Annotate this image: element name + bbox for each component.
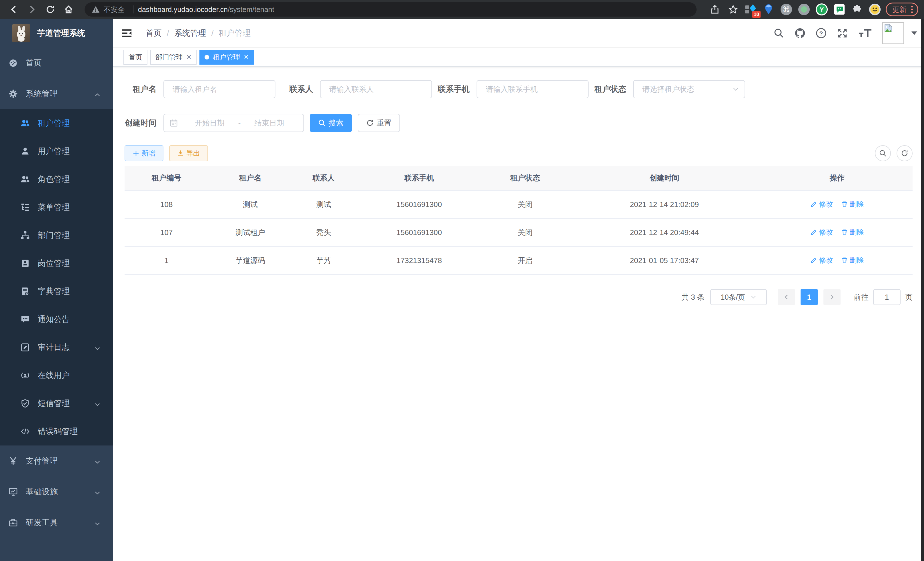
- pagination: 共 3 条 10条/页 1 前往 页: [124, 289, 913, 305]
- tab-dept[interactable]: 部门管理✕: [150, 50, 196, 65]
- prev-page-button[interactable]: [778, 289, 795, 305]
- sidebar-item-tenant[interactable]: 租户管理: [0, 109, 113, 137]
- sidebar-item-dept[interactable]: 部门管理: [0, 221, 113, 249]
- extension-green-dot-icon[interactable]: [798, 3, 810, 16]
- export-button[interactable]: 导出: [169, 145, 208, 161]
- avatar-dropdown-caret[interactable]: [911, 32, 917, 35]
- reset-button[interactable]: 重置: [358, 114, 400, 132]
- page-size-value: 10条/页: [721, 293, 745, 302]
- share-icon[interactable]: [707, 2, 722, 17]
- extension-balloon-icon[interactable]: [762, 3, 775, 16]
- github-icon[interactable]: [794, 27, 806, 39]
- sidebar-item-system[interactable]: 系统管理: [0, 78, 113, 109]
- reset-label: 重置: [376, 118, 392, 128]
- edit-icon: [810, 229, 817, 236]
- contact-input[interactable]: [320, 80, 432, 98]
- sidebar-item-notice[interactable]: 通知公告: [0, 305, 113, 333]
- tenant-name-input[interactable]: [164, 80, 275, 98]
- sidebar-item-audit-log[interactable]: 审计日志: [0, 333, 113, 361]
- fullscreen-icon[interactable]: [837, 27, 848, 39]
- sidebar-toggle-icon[interactable]: [122, 28, 132, 38]
- address-bar[interactable]: 不安全 dashboard.yudao.iocoder.cn/system/te…: [85, 2, 697, 17]
- table-header-row: 租户编号 租户名 联系人 联系手机 租户状态 创建时间 操作: [124, 166, 913, 190]
- cell-created: 2021-01-05 17:03:47: [567, 247, 762, 274]
- extensions-puzzle-icon[interactable]: [851, 3, 863, 16]
- cell-id: 107: [124, 218, 208, 247]
- sidebar-item-home[interactable]: 首页: [0, 47, 113, 78]
- extension-y-icon[interactable]: Y: [815, 3, 828, 16]
- sidebar-submenu-system: 租户管理 用户管理 角色管理 菜单管理 部门管理: [0, 109, 113, 445]
- sidebar-item-sms[interactable]: 短信管理: [0, 390, 113, 417]
- breadcrumb-home[interactable]: 首页: [146, 28, 162, 39]
- url-divider: [133, 5, 134, 14]
- sidebar-item-role[interactable]: 角色管理: [0, 165, 113, 193]
- date-range-picker[interactable]: 开始日期 - 结束日期: [164, 114, 304, 132]
- sidebar-item-infra[interactable]: 基础设施: [0, 476, 113, 507]
- sidebar-item-post[interactable]: 岗位管理: [0, 249, 113, 277]
- sidebar-item-menu[interactable]: 菜单管理: [0, 193, 113, 221]
- sidebar-item-label: 岗位管理: [38, 258, 70, 269]
- help-icon[interactable]: ?: [815, 27, 827, 39]
- sidebar-item-online-users[interactable]: 在线用户: [0, 361, 113, 390]
- user-icon: [21, 147, 30, 156]
- edit-link[interactable]: 修改: [810, 227, 833, 237]
- tree-list-icon: [21, 203, 30, 212]
- sidebar-item-dict[interactable]: 字典管理: [0, 277, 113, 305]
- breadcrumb-section[interactable]: 系统管理: [174, 28, 206, 39]
- current-page[interactable]: 1: [801, 289, 818, 305]
- goto-page-input[interactable]: [873, 289, 901, 305]
- extension-chat-icon[interactable]: [833, 3, 846, 16]
- reload-button[interactable]: [43, 2, 58, 17]
- plus-icon: [133, 150, 140, 157]
- cell-status: 关闭: [483, 190, 567, 218]
- col-created: 创建时间: [567, 166, 762, 190]
- home-button[interactable]: [61, 2, 76, 17]
- status-select[interactable]: 请选择租户状态: [633, 80, 745, 98]
- sidebar-item-label: 基础设施: [26, 486, 58, 497]
- next-page-button[interactable]: [824, 289, 841, 305]
- browser-menu-icon[interactable]: [909, 6, 915, 13]
- user-avatar[interactable]: [882, 22, 904, 44]
- created-label: 创建时间: [124, 117, 164, 128]
- font-size-icon[interactable]: [858, 27, 873, 39]
- date-end-placeholder: 结束日期: [241, 118, 298, 128]
- cell-status: 开启: [483, 247, 567, 274]
- edit-link[interactable]: 修改: [810, 255, 833, 265]
- search-button[interactable]: 搜索: [310, 114, 352, 132]
- bookmark-star-icon[interactable]: [726, 2, 741, 17]
- chevron-down-icon: [733, 84, 739, 95]
- forward-button[interactable]: [25, 2, 39, 17]
- tab-home[interactable]: 首页: [123, 50, 147, 65]
- tab-label: 部门管理: [155, 53, 183, 62]
- sidebar-item-label: 系统管理: [26, 88, 58, 99]
- chevron-down-icon: [94, 458, 100, 464]
- tab-tenant[interactable]: 租户管理✕: [200, 50, 254, 65]
- phone-input[interactable]: [477, 80, 589, 98]
- col-actions: 操作: [762, 166, 913, 190]
- app-title: 芋道管理系统: [37, 28, 85, 39]
- refresh-table-button[interactable]: [897, 145, 913, 161]
- tab-close-icon[interactable]: ✕: [186, 53, 191, 61]
- delete-link[interactable]: 删除: [841, 199, 864, 209]
- header-search-icon[interactable]: [773, 27, 784, 39]
- back-button[interactable]: [6, 2, 21, 17]
- sidebar-item-user[interactable]: 用户管理: [0, 137, 113, 165]
- delete-link[interactable]: 删除: [841, 227, 864, 237]
- browser-update-button[interactable]: 更新: [886, 3, 918, 16]
- logo[interactable]: 芋道管理系统: [0, 19, 113, 47]
- edit-link[interactable]: 修改: [810, 199, 833, 209]
- sidebar-item-devtools[interactable]: 研发工具: [0, 507, 113, 538]
- delete-link[interactable]: 删除: [841, 255, 864, 265]
- toggle-search-button[interactable]: [875, 145, 891, 161]
- tab-label: 首页: [129, 53, 142, 62]
- add-button[interactable]: 新增: [124, 145, 164, 161]
- tab-close-icon[interactable]: ✕: [243, 53, 249, 61]
- sidebar-item-error-code[interactable]: 错误码管理: [0, 417, 113, 445]
- extension-diamond-icon[interactable]: 10: [745, 3, 757, 16]
- extension-command-icon[interactable]: ⌘: [780, 3, 793, 16]
- profile-avatar-icon[interactable]: [868, 3, 881, 16]
- chevron-down-icon: [94, 344, 100, 351]
- sidebar-item-pay[interactable]: 支付管理: [0, 445, 113, 476]
- update-label: 更新: [892, 5, 907, 14]
- page-size-select[interactable]: 10条/页: [710, 289, 767, 305]
